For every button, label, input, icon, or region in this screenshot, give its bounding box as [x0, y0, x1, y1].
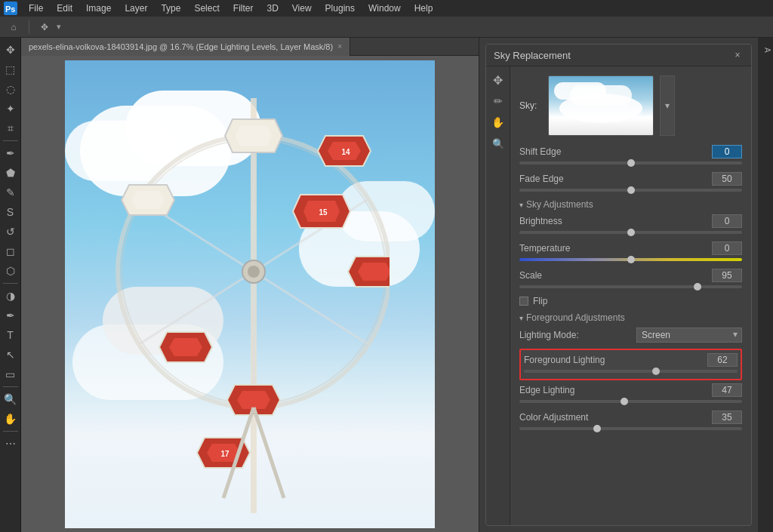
menu-layer[interactable]: Layer — [119, 2, 153, 15]
shift-edge-value[interactable]: 0 — [712, 145, 742, 158]
fade-edge-thumb[interactable] — [627, 186, 635, 194]
move-icon[interactable]: ✥ — [37, 20, 52, 35]
dialog-tools: ✥ ✏ ✋ 🔍 — [486, 66, 510, 525]
dialog-body: ✥ ✏ ✋ 🔍 Sky: ▾ — [486, 66, 751, 525]
brightness-row: Brightness 0 — [519, 214, 742, 234]
dialog-move-tool[interactable]: ✥ — [489, 71, 507, 89]
menu-3d[interactable]: 3D — [260, 2, 284, 15]
zoom-tool[interactable]: 🔍 — [2, 390, 20, 408]
left-toolbar: ✥ ⬚ ◌ ✦ ⌗ ✒ ⬟ ✎ S ↺ ◻ ⬡ ◑ ✒ T ↖ ▭ 🔍 ✋ ⋯ — [0, 38, 21, 532]
shape-tool[interactable]: ▭ — [2, 365, 20, 383]
main-area: ✥ ⬚ ◌ ✦ ⌗ ✒ ⬟ ✎ S ↺ ◻ ⬡ ◑ ✒ T ↖ ▭ 🔍 ✋ ⋯ … — [0, 38, 773, 532]
document-tab[interactable]: pexels-elina-volkova-18403914.jpg @ 16.7… — [21, 38, 350, 56]
move-dropdown[interactable]: ▾ — [57, 22, 61, 32]
tab-filename: pexels-elina-volkova-18403914.jpg @ 16.7… — [29, 42, 333, 51]
lighting-mode-label: Lighting Mode: — [519, 330, 579, 340]
clone-stamp-tool[interactable]: S — [2, 203, 20, 221]
temperature-thumb[interactable] — [627, 256, 635, 263]
more-tools[interactable]: ⋯ — [2, 435, 20, 453]
menu-view[interactable]: View — [286, 2, 318, 15]
svg-marker-29 — [131, 191, 165, 209]
eyedropper-tool[interactable]: ✒ — [2, 144, 20, 162]
edge-lighting-thumb[interactable] — [621, 398, 628, 405]
sky-adjustments-header[interactable]: ▾ Sky Adjustments — [519, 199, 742, 210]
menu-select[interactable]: Select — [188, 2, 225, 15]
color-adjustment-thumb[interactable] — [593, 425, 601, 432]
options-bar: ⌂ ✥ ▾ — [0, 17, 773, 38]
edge-lighting-label: Edge Lighting — [519, 385, 574, 395]
text-tool[interactable]: T — [2, 326, 20, 344]
shift-edge-row: Shift Edge 0 — [519, 145, 742, 165]
foreground-lighting-thumb[interactable] — [652, 367, 660, 375]
menu-type[interactable]: Type — [155, 2, 186, 15]
foreground-lighting-track[interactable] — [524, 370, 738, 373]
gradient-tool[interactable]: ⬡ — [2, 262, 20, 280]
menu-plugins[interactable]: Plugins — [319, 2, 361, 15]
menu-window[interactable]: Window — [362, 2, 407, 15]
menu-image[interactable]: Image — [80, 2, 117, 15]
foreground-lighting-row: Foreground Lighting 62 — [524, 353, 738, 373]
color-adjustment-track[interactable] — [519, 427, 742, 430]
svg-marker-27 — [236, 125, 272, 146]
sky-preview[interactable] — [548, 75, 654, 136]
sky-adjustments-arrow: ▾ — [519, 201, 523, 209]
foreground-adjustments-arrow: ▾ — [519, 314, 523, 322]
foreground-lighting-value[interactable]: 62 — [707, 353, 738, 367]
dialog-hand-tool[interactable]: ✋ — [489, 113, 507, 131]
edge-lighting-value[interactable]: 47 — [712, 383, 742, 397]
flip-checkbox[interactable] — [519, 297, 528, 306]
edge-lighting-row: Edge Lighting 47 — [519, 383, 742, 403]
brightness-track[interactable] — [519, 231, 742, 234]
shift-edge-thumb[interactable] — [627, 159, 635, 167]
color-adjustment-value[interactable]: 35 — [712, 411, 742, 424]
dodge-tool[interactable]: ◑ — [2, 287, 20, 305]
flip-label: Flip — [533, 296, 547, 306]
menu-edit[interactable]: Edit — [51, 2, 79, 15]
svg-line-7 — [254, 272, 367, 343]
temperature-value[interactable]: 0 — [712, 241, 742, 255]
sidebar-icon-1[interactable]: A — [758, 41, 773, 59]
brightness-value[interactable]: 0 — [712, 214, 742, 228]
history-brush-tool[interactable]: ↺ — [2, 223, 20, 241]
quick-select-tool[interactable]: ✦ — [2, 100, 20, 118]
lasso-tool[interactable]: ◌ — [2, 80, 20, 98]
scale-thumb[interactable] — [694, 283, 701, 291]
move-tool[interactable]: ✥ — [2, 41, 20, 59]
svg-text:Ps: Ps — [5, 5, 15, 14]
home-icon[interactable]: ⌂ — [6, 20, 21, 35]
foreground-adjustments-header[interactable]: ▾ Foreground Adjustments — [519, 312, 742, 323]
pen-tool[interactable]: ✒ — [2, 306, 20, 324]
sky-dropdown-button[interactable]: ▾ — [660, 75, 675, 136]
path-select-tool[interactable]: ↖ — [2, 346, 20, 364]
dialog-brush-tool[interactable]: ✏ — [489, 92, 507, 110]
fade-edge-track[interactable] — [519, 189, 742, 192]
brush-tool[interactable]: ✎ — [2, 183, 20, 201]
shift-edge-header: Shift Edge 0 — [519, 145, 742, 158]
edge-lighting-track[interactable] — [519, 400, 742, 403]
lighting-mode-select[interactable]: Screen Multiply Luminosity — [636, 328, 742, 343]
brightness-thumb[interactable] — [627, 229, 635, 236]
tab-close-button[interactable]: × — [337, 42, 342, 51]
eraser-tool[interactable]: ◻ — [2, 242, 20, 260]
sky-adjustments-label: Sky Adjustments — [526, 199, 593, 210]
canvas-viewport[interactable]: 14 15 — [21, 56, 479, 532]
menu-filter[interactable]: Filter — [227, 2, 260, 15]
scale-value[interactable]: 95 — [712, 269, 742, 282]
menu-file[interactable]: File — [23, 2, 49, 15]
sky-row: Sky: ▾ — [519, 75, 742, 136]
marquee-tool[interactable]: ⬚ — [2, 60, 20, 78]
dialog-close-button[interactable]: × — [731, 49, 744, 61]
scale-header: Scale 95 — [519, 269, 742, 282]
dialog-zoom-tool[interactable]: 🔍 — [489, 134, 507, 152]
shift-edge-track[interactable] — [519, 161, 742, 165]
separator — [29, 20, 29, 34]
spot-healing-tool[interactable]: ⬟ — [2, 164, 20, 182]
hand-tool[interactable]: ✋ — [2, 410, 20, 428]
scale-track[interactable] — [519, 285, 742, 288]
menu-help[interactable]: Help — [408, 2, 439, 15]
crop-tool[interactable]: ⌗ — [2, 119, 20, 137]
svg-marker-20 — [237, 391, 270, 409]
temperature-track[interactable] — [519, 258, 742, 261]
color-adjustment-label: Color Adjustment — [519, 412, 588, 423]
fade-edge-value[interactable]: 50 — [712, 172, 742, 186]
